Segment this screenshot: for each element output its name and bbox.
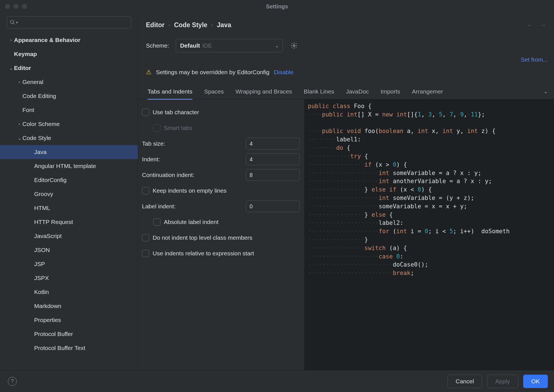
- help-button[interactable]: ?: [8, 377, 17, 386]
- apply-button: Apply: [487, 375, 518, 388]
- indent-input[interactable]: [246, 153, 300, 165]
- window-title: Settings: [266, 3, 288, 10]
- sidebar-item[interactable]: ›Java: [0, 145, 138, 159]
- label-indent-label: Label indent:: [142, 203, 176, 210]
- right-panel: Editor › Code Style › Java ← → Scheme: D…: [138, 13, 554, 370]
- sidebar-item[interactable]: ›JSON: [0, 243, 138, 257]
- sidebar-item-label: HTTP Request: [34, 219, 73, 225]
- set-from-link[interactable]: Set from...: [521, 56, 548, 63]
- settings-tree: ›Appearance & Behavior›Keymap⌄Editor›Gen…: [0, 31, 138, 355]
- scheme-label: Scheme:: [146, 42, 169, 49]
- back-arrow-icon[interactable]: ←: [527, 21, 533, 29]
- sidebar-item-label: HTML: [34, 205, 50, 211]
- scheme-actions-button[interactable]: [290, 41, 299, 50]
- sidebar-item-label: Properties: [34, 317, 61, 323]
- sidebar-item[interactable]: ›General: [0, 75, 138, 89]
- absolute-label-label: Absolute label indent: [164, 219, 218, 225]
- forward-arrow-icon[interactable]: →: [540, 21, 546, 29]
- sidebar-item[interactable]: ›Angular HTML template: [0, 159, 138, 173]
- chevron-down-icon: ⌄: [8, 66, 14, 71]
- sidebar-item-label: Java: [34, 149, 46, 155]
- sidebar-item-label: Keymap: [14, 51, 37, 57]
- keep-empty-checkbox[interactable]: [142, 187, 149, 194]
- code-preview-text: public class Foo { ····public int[] X = …: [304, 99, 554, 280]
- tab-size-input[interactable]: [246, 138, 300, 150]
- editorconfig-banner: ⚠ Settings may be overridden by EditorCo…: [146, 69, 554, 76]
- use-tab-label: Use tab character: [153, 109, 199, 116]
- maximize-dot[interactable]: [22, 4, 27, 9]
- sidebar-item-label: Editor: [14, 65, 31, 71]
- tab-arrangement[interactable]: Arrangemer: [412, 84, 443, 99]
- disable-link[interactable]: Disable: [274, 69, 294, 76]
- sidebar-item-label: Font: [22, 107, 34, 113]
- tab-imports[interactable]: Imports: [381, 84, 400, 99]
- no-top-level-checkbox[interactable]: [142, 234, 149, 241]
- sidebar-item[interactable]: ⌄Editor: [0, 61, 138, 75]
- sidebar-item-label: EditorConfig: [34, 177, 67, 183]
- cancel-button[interactable]: Cancel: [448, 375, 482, 388]
- window-controls: [5, 4, 27, 9]
- tabs: Tabs and Indents Spaces Wrapping and Bra…: [138, 84, 554, 99]
- ok-button[interactable]: OK: [523, 375, 548, 388]
- close-dot[interactable]: [5, 4, 10, 9]
- keep-empty-label: Keep indents on empty lines: [153, 187, 227, 194]
- sidebar-item[interactable]: ›Markdown: [0, 299, 138, 313]
- chevron-down-icon: ⌄: [16, 136, 22, 141]
- sidebar-item[interactable]: ›HTML: [0, 201, 138, 215]
- sidebar-item[interactable]: ›JSP: [0, 257, 138, 271]
- tab-wrapping[interactable]: Wrapping and Braces: [236, 84, 292, 99]
- sidebar-item[interactable]: ›JavaScript: [0, 229, 138, 243]
- sidebar-item-label: Code Style: [22, 135, 51, 141]
- sidebar-item[interactable]: ›Keymap: [0, 47, 138, 61]
- sidebar-item[interactable]: ›Appearance & Behavior: [0, 33, 138, 47]
- sidebar-item-label: Code Editing: [22, 93, 56, 99]
- chevron-down-icon: ⌄: [275, 43, 279, 48]
- sidebar-item[interactable]: ›Groovy: [0, 187, 138, 201]
- search-icon: [10, 20, 15, 25]
- sidebar-item-label: General: [22, 79, 43, 85]
- sidebar-item-label: Appearance & Behavior: [14, 37, 80, 43]
- sidebar-item[interactable]: ⌄Code Style: [0, 131, 138, 145]
- sidebar-item[interactable]: ›EditorConfig: [0, 173, 138, 187]
- sidebar-item-label: Color Scheme: [22, 121, 60, 127]
- sidebar-item[interactable]: ›Font: [0, 103, 138, 117]
- sidebar-item[interactable]: ›Color Scheme: [0, 117, 138, 131]
- relative-checkbox[interactable]: [142, 250, 149, 257]
- sidebar-item[interactable]: ›Protocol Buffer: [0, 327, 138, 341]
- help-icon: ?: [11, 378, 14, 384]
- chevron-right-icon: ›: [16, 122, 22, 127]
- sidebar-item[interactable]: ›JSPX: [0, 271, 138, 285]
- sidebar: ▾ ›Appearance & Behavior›Keymap⌄Editor›G…: [0, 13, 138, 370]
- scheme-name: Default: [180, 42, 200, 49]
- absolute-label-checkbox[interactable]: [153, 218, 160, 226]
- sidebar-item[interactable]: ›Kotlin: [0, 285, 138, 299]
- tab-blank-lines[interactable]: Blank Lines: [304, 84, 334, 99]
- sidebar-item[interactable]: ›Code Editing: [0, 89, 138, 103]
- tab-tabs-indents[interactable]: Tabs and Indents: [148, 84, 192, 100]
- use-tab-checkbox[interactable]: [142, 109, 149, 116]
- breadcrumb-item[interactable]: Code Style: [174, 21, 207, 29]
- sidebar-item-label: Protocol Buffer: [34, 331, 73, 337]
- sidebar-item[interactable]: ›Properties: [0, 313, 138, 327]
- tab-spaces[interactable]: Spaces: [204, 84, 224, 99]
- search-input[interactable]: ▾: [7, 16, 131, 29]
- chevron-down-icon[interactable]: ⌄: [544, 88, 548, 95]
- chevron-right-icon: ›: [16, 80, 22, 85]
- sidebar-item-label: JSON: [34, 247, 50, 253]
- sidebar-item-label: JSP: [34, 261, 45, 267]
- scheme-ide-badge: IDE: [202, 42, 212, 49]
- svg-point-2: [293, 45, 295, 47]
- chevron-right-icon: ›: [168, 22, 170, 28]
- minimize-dot[interactable]: [13, 4, 18, 9]
- sidebar-item[interactable]: ›HTTP Request: [0, 215, 138, 229]
- warning-icon: ⚠: [146, 69, 152, 76]
- scheme-dropdown[interactable]: Default IDE ⌄: [176, 39, 283, 52]
- tab-javadoc[interactable]: JavaDoc: [346, 84, 369, 99]
- sidebar-item-label: Kotlin: [34, 289, 49, 295]
- chevron-right-icon: ›: [8, 38, 14, 43]
- sidebar-item-label: JSPX: [34, 275, 49, 281]
- breadcrumb-item[interactable]: Editor: [146, 21, 164, 29]
- continuation-input[interactable]: [246, 169, 300, 181]
- sidebar-item[interactable]: ›Protocol Buffer Text: [0, 341, 138, 355]
- label-indent-input[interactable]: [246, 200, 300, 212]
